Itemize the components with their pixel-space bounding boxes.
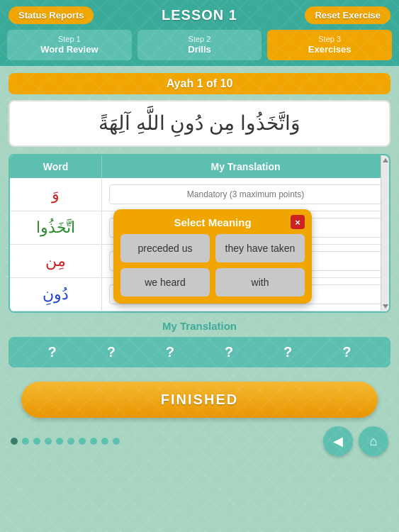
select-meaning-popup: Select Meaning × preceded us they have t… bbox=[113, 209, 312, 304]
translation-cell-1[interactable] bbox=[102, 179, 389, 210]
scroll-down-arrow[interactable] bbox=[383, 304, 388, 309]
tab-name-1: Word Review bbox=[10, 44, 129, 56]
col-translation-header: My Translation bbox=[102, 155, 389, 178]
scroll-up-arrow[interactable] bbox=[383, 158, 388, 162]
meaning-option-3[interactable]: we heard bbox=[120, 268, 210, 297]
ayah-header: Ayah 1 of 10 bbox=[9, 73, 390, 94]
question-mark-1: ? bbox=[47, 344, 56, 360]
dot-1 bbox=[11, 438, 18, 445]
question-marks-row: ? ? ? ? ? ? bbox=[9, 337, 390, 367]
tab-step-2: Step 2 bbox=[140, 34, 259, 44]
dot-9 bbox=[101, 438, 108, 445]
question-mark-6: ? bbox=[342, 344, 351, 360]
scroll-indicator[interactable] bbox=[381, 155, 389, 311]
finished-container: FINISHED bbox=[0, 382, 399, 418]
select-meaning-title: Select Meaning bbox=[174, 216, 251, 228]
word-cell-4: دُونِ bbox=[10, 278, 102, 311]
meaning-options: preceded us they have taken we heard wit… bbox=[120, 234, 305, 297]
tab-name-2: Drills bbox=[140, 44, 259, 56]
tab-name-3: Exercises bbox=[270, 44, 389, 56]
tab-word-review[interactable]: Step 1 Word Review bbox=[7, 30, 132, 60]
arabic-text: وَاتَّخَذُوا مِن دُونِ اللَّهِ آلِهَةً bbox=[18, 109, 381, 138]
meaning-option-4[interactable]: with bbox=[215, 268, 305, 297]
translation-input-1[interactable] bbox=[109, 184, 382, 204]
dot-7 bbox=[79, 438, 86, 445]
word-cell-1: وَ bbox=[10, 178, 102, 211]
nav-buttons: ◀ ⌂ bbox=[323, 426, 388, 456]
question-mark-3: ? bbox=[166, 344, 174, 360]
select-meaning-close-button[interactable]: × bbox=[291, 215, 305, 229]
table-row: وَ bbox=[10, 178, 389, 211]
question-mark-2: ? bbox=[107, 344, 116, 360]
home-button[interactable]: ⌂ bbox=[359, 426, 388, 456]
tab-drills[interactable]: Step 2 Drills bbox=[137, 30, 262, 60]
dot-6 bbox=[67, 438, 74, 445]
tab-step-3: Step 3 bbox=[270, 34, 389, 44]
select-meaning-header: Select Meaning × bbox=[120, 216, 305, 228]
status-reports-button[interactable]: Status Reports bbox=[9, 6, 94, 24]
question-mark-5: ? bbox=[283, 344, 292, 360]
lesson-title: LESSON 1 bbox=[162, 7, 237, 23]
word-cell-2: اتَّخَذُوا bbox=[10, 211, 102, 244]
question-mark-4: ? bbox=[225, 344, 233, 360]
my-translation-label: My Translation bbox=[162, 320, 237, 332]
meaning-option-2[interactable]: they have taken bbox=[215, 234, 305, 262]
word-cell-3: مِن bbox=[10, 245, 102, 277]
arabic-text-box: وَاتَّخَذُوا مِن دُونِ اللَّهِ آلِهَةً bbox=[9, 100, 390, 147]
tab-bar: Step 1 Word Review Step 2 Drills Step 3 … bbox=[0, 30, 399, 66]
tab-exercises[interactable]: Step 3 Exercises bbox=[267, 30, 392, 60]
dot-5 bbox=[56, 438, 63, 445]
dot-4 bbox=[45, 438, 52, 445]
meaning-option-1[interactable]: preceded us bbox=[120, 234, 210, 262]
dot-2 bbox=[22, 438, 29, 445]
col-word-header: Word bbox=[10, 155, 102, 178]
finished-button[interactable]: FINISHED bbox=[21, 382, 378, 418]
reset-exercise-button[interactable]: Reset Exercise bbox=[305, 6, 390, 24]
main-content: Ayah 1 of 10 وَاتَّخَذُوا مِن دُونِ اللَ… bbox=[0, 66, 399, 382]
dot-row bbox=[11, 438, 120, 445]
dot-8 bbox=[90, 438, 97, 445]
dot-10 bbox=[113, 438, 120, 445]
tab-step-1: Step 1 bbox=[10, 34, 129, 44]
dot-3 bbox=[33, 438, 40, 445]
header: Status Reports LESSON 1 Reset Exercise bbox=[0, 0, 399, 30]
back-button[interactable]: ◀ bbox=[323, 426, 353, 456]
table-header: Word My Translation bbox=[10, 155, 389, 178]
ayah-label: Ayah 1 of 10 bbox=[167, 77, 233, 89]
my-translation-section: My Translation bbox=[9, 320, 390, 333]
bottom-nav: ◀ ⌂ bbox=[0, 426, 399, 463]
